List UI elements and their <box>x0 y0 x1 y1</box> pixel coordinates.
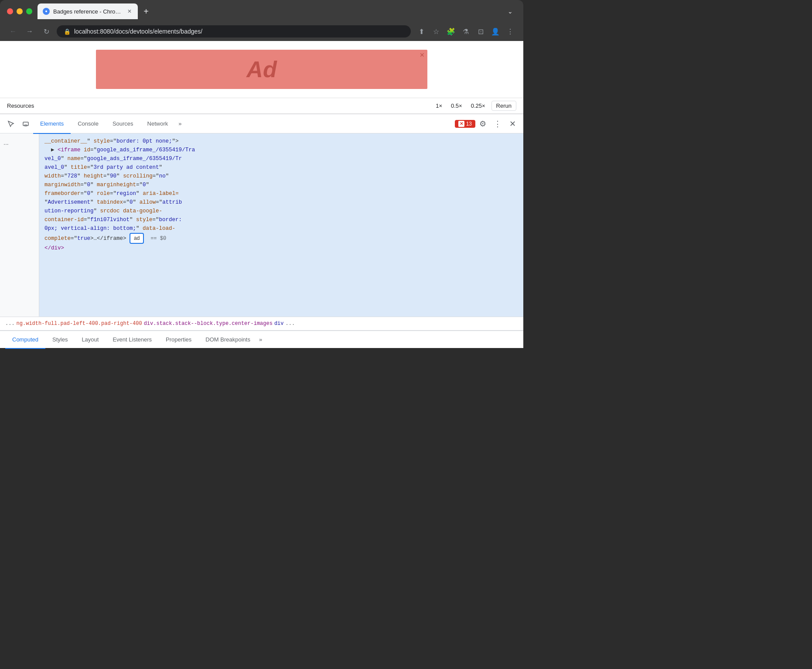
svg-point-1 <box>45 10 47 12</box>
left-dots: ... <box>3 139 9 146</box>
active-tab[interactable]: Badges reference - Chrome De ✕ <box>38 3 138 19</box>
tab-layout[interactable]: Layout <box>75 331 106 349</box>
error-badge: ✕ 13 <box>455 120 475 128</box>
devtools-panel: Elements Console Sources Network » ✕ 13 … <box>0 114 523 348</box>
tab-network[interactable]: Network <box>140 115 175 134</box>
html-line-3: avel_0" title="3rd party ad content" <box>44 163 518 172</box>
preview-zoom: 1× 0.5× 0.25× Rerun <box>433 101 516 111</box>
html-line-5: marginwidth="0" marginheight="0" <box>44 181 518 189</box>
devtools-settings-button[interactable]: ⚙ <box>475 116 490 131</box>
breadcrumb-item-3[interactable]: div <box>274 321 284 327</box>
refresh-button[interactable]: ↻ <box>40 25 52 38</box>
titlebar: Badges reference - Chrome De ✕ + ⌄ <box>0 0 523 23</box>
back-button[interactable]: ← <box>7 25 19 38</box>
element-selector-icon[interactable] <box>3 116 18 131</box>
breadcrumb-item-2[interactable]: div.stack.stack--block.type.center-image… <box>144 321 273 327</box>
html-line-iframe[interactable]: ▶ <iframe id="google_ads_iframe_/6355419… <box>44 146 518 154</box>
tab-bar: Badges reference - Chrome De ✕ + <box>38 3 499 19</box>
zoom-1x-button[interactable]: 1× <box>433 102 445 110</box>
elements-panel: ... __container__" style="border: 0pt no… <box>0 133 523 317</box>
elements-main-panel[interactable]: __container__" style="border: 0pt none;"… <box>39 133 523 317</box>
ad-banner: Ad ✕ <box>96 50 427 89</box>
extension-icon[interactable]: 🧩 <box>445 25 457 38</box>
addressbar: ← → ↻ 🔒 localhost:8080/docs/devtools/ele… <box>0 23 523 41</box>
error-icon: ✕ <box>458 121 464 127</box>
html-line-8: ution-reporting" srcdoc data-google- <box>44 207 518 215</box>
tab-properties[interactable]: Properties <box>159 331 198 349</box>
url-text: localhost:8080/docs/devtools/elements/ba… <box>74 28 202 35</box>
devtools-icon[interactable]: ⚗ <box>460 25 472 38</box>
breadcrumb-right-dots: ... <box>286 321 295 327</box>
splitscreen-icon[interactable]: ⊡ <box>474 25 487 38</box>
tab-dom-breakpoints[interactable]: DOM Breakpoints <box>198 331 257 349</box>
devtools-tabs: Elements Console Sources Network » ✕ 13 … <box>0 114 523 133</box>
close-button[interactable] <box>7 8 13 14</box>
preview-bar: Resources 1× 0.5× 0.25× Rerun <box>0 98 523 114</box>
address-bar[interactable]: 🔒 localhost:8080/docs/devtools/elements/… <box>57 25 411 38</box>
menu-icon[interactable]: ⋮ <box>504 25 516 38</box>
html-line-9: container-id="f1ni07lvihot" style="borde… <box>44 215 518 224</box>
ad-badge: ad <box>130 233 144 244</box>
devtools-more-options-button[interactable]: ⋮ <box>490 116 505 131</box>
bookmark-icon[interactable]: ☆ <box>430 25 442 38</box>
breadcrumb-bar: ... ng.width-full.pad-left-400.pad-right… <box>0 317 523 331</box>
preview-label: Resources <box>7 102 34 109</box>
tab-menu-button[interactable]: ⌄ <box>504 6 516 17</box>
dollar-eq: == $0 <box>147 236 166 242</box>
html-line-11: complete="true>…</iframe> ad == $0 <box>44 233 518 244</box>
forward-button[interactable]: → <box>24 25 36 38</box>
tab-console[interactable]: Console <box>71 115 106 134</box>
html-line-div: </div> <box>44 244 518 253</box>
html-line-6: frameborder="0" role="region" aria-label… <box>44 189 518 198</box>
new-tab-button[interactable]: + <box>140 5 153 18</box>
zoom-half-button[interactable]: 0.5× <box>448 102 465 110</box>
tab-event-listeners[interactable]: Event Listeners <box>106 331 159 349</box>
html-line-4: width="728" height="90" scrolling="no" <box>44 172 518 181</box>
tab-styles[interactable]: Styles <box>45 331 75 349</box>
html-line-1: __container__" style="border: 0pt none;"… <box>44 137 518 146</box>
lock-icon: 🔒 <box>64 28 71 35</box>
devtools-close-button[interactable]: ✕ <box>505 116 520 131</box>
bottom-tabs-more[interactable]: » <box>257 336 264 343</box>
tab-elements[interactable]: Elements <box>33 115 71 134</box>
rerun-button[interactable]: Rerun <box>491 101 516 111</box>
html-line-2: vel_0" name="google_ads_iframe_/6355419/… <box>44 154 518 163</box>
breadcrumb-left-dots: ... <box>5 321 15 327</box>
share-icon[interactable]: ⬆ <box>415 25 427 38</box>
tab-computed[interactable]: Computed <box>5 331 45 349</box>
maximize-button[interactable] <box>26 8 32 14</box>
profile-icon[interactable]: 👤 <box>489 25 502 38</box>
tab-favicon <box>43 8 50 15</box>
html-line-7: "Advertisement" tabindex="0" allow="attr… <box>44 198 518 207</box>
tab-title: Badges reference - Chrome De <box>53 8 123 15</box>
toolbar-icons: ⬆ ☆ 🧩 ⚗ ⊡ 👤 ⋮ <box>415 25 516 38</box>
ad-text: Ad <box>246 56 276 82</box>
page-content: Ad ✕ <box>0 41 523 98</box>
svg-rect-2 <box>23 122 28 126</box>
tab-close-icon[interactable]: ✕ <box>126 7 133 15</box>
minimize-button[interactable] <box>17 8 23 14</box>
devtools-more-button[interactable]: » <box>175 120 185 127</box>
elements-left-panel: ... <box>0 133 39 317</box>
traffic-lights <box>7 8 32 14</box>
tab-sources[interactable]: Sources <box>106 115 140 134</box>
device-toolbar-icon[interactable] <box>18 116 33 131</box>
ad-close-icon[interactable]: ✕ <box>420 51 425 58</box>
bottom-tabs: Computed Styles Layout Event Listeners P… <box>0 331 523 348</box>
breadcrumb-item-1[interactable]: ng.width-full.pad-left-400.pad-right-400 <box>17 321 142 327</box>
error-count: 13 <box>466 121 472 127</box>
html-line-10: 0px; vertical-align: bottom;" data-load- <box>44 224 518 233</box>
zoom-quarter-button[interactable]: 0.25× <box>468 102 488 110</box>
